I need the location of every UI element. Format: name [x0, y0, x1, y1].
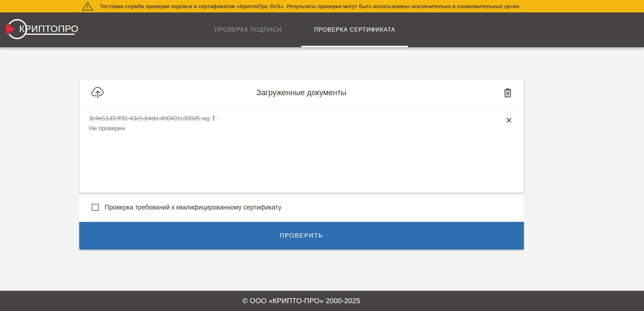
close-icon: ✕: [505, 116, 512, 125]
remove-document-button[interactable]: ✕: [504, 114, 514, 127]
documents-panel-title: Загруженные документы: [79, 88, 524, 97]
qualified-cert-option: Проверка требований к квалифицированному…: [79, 193, 524, 222]
document-status: Не проверен: [89, 124, 215, 133]
qualified-cert-checkbox[interactable]: [92, 204, 99, 211]
cryptopro-logo-icon: КРИПТОПРО: [5, 18, 79, 40]
main-tabs: ПРОВЕРКА ПОДПИСИ ПРОВЕРКА СЕРТИФИКАТА: [195, 12, 408, 47]
cloud-upload-icon: [91, 86, 105, 99]
tab-signature-check[interactable]: ПРОВЕРКА ПОДПИСИ: [195, 12, 301, 47]
verify-button[interactable]: ПРОВЕРИТЬ: [79, 222, 524, 250]
warning-banner: Тестовая служба проверки подписи и серти…: [0, 0, 644, 12]
document-info: 3c4e51d3-ff35-43c5-b4da-400401c300d5.sig…: [89, 114, 215, 133]
upload-button[interactable]: [89, 84, 106, 101]
app-header: КРИПТОПРО ПРОВЕРКА ПОДПИСИ ПРОВЕРКА СЕРТ…: [0, 12, 644, 47]
qualified-cert-label[interactable]: Проверка требований к квалифицированному…: [105, 204, 281, 211]
main-content: Загруженные документы: [0, 47, 644, 291]
clear-all-button[interactable]: [501, 86, 514, 99]
trash-icon: [503, 88, 512, 98]
footer: © ООО «КРИПТО-ПРО» 2000-2025: [0, 291, 644, 311]
warning-icon: [82, 1, 93, 11]
copyright-text: © ООО «КРИПТО-ПРО» 2000-2025: [242, 297, 360, 305]
tab-signature-check-label: ПРОВЕРКА ПОДПИСИ: [215, 27, 282, 33]
document-row: 3c4e51d3-ff35-43c5-b4da-400401c300d5.sig…: [89, 114, 514, 133]
tab-certificate-check[interactable]: ПРОВЕРКА СЕРТИФИКАТА: [301, 12, 408, 47]
banner-text: Тестовая служба проверки подписи и серти…: [100, 3, 521, 10]
documents-panel: Загруженные документы: [79, 79, 524, 193]
document-error-mark: !: [213, 114, 215, 123]
tab-certificate-check-label: ПРОВЕРКА СЕРТИФИКАТА: [314, 27, 396, 33]
logo-text: КРИПТОПРО: [19, 23, 79, 34]
active-tab-indicator: [301, 46, 408, 47]
logo[interactable]: КРИПТОПРО: [5, 18, 79, 42]
certificate-check-card: Загруженные документы: [79, 79, 524, 250]
documents-panel-header: Загруженные документы: [79, 79, 524, 107]
document-list: 3c4e51d3-ff35-43c5-b4da-400401c300d5.sig…: [79, 107, 524, 193]
document-filename: 3c4e51d3-ff35-43c5-b4da-400401c300d5.sig: [89, 115, 210, 122]
